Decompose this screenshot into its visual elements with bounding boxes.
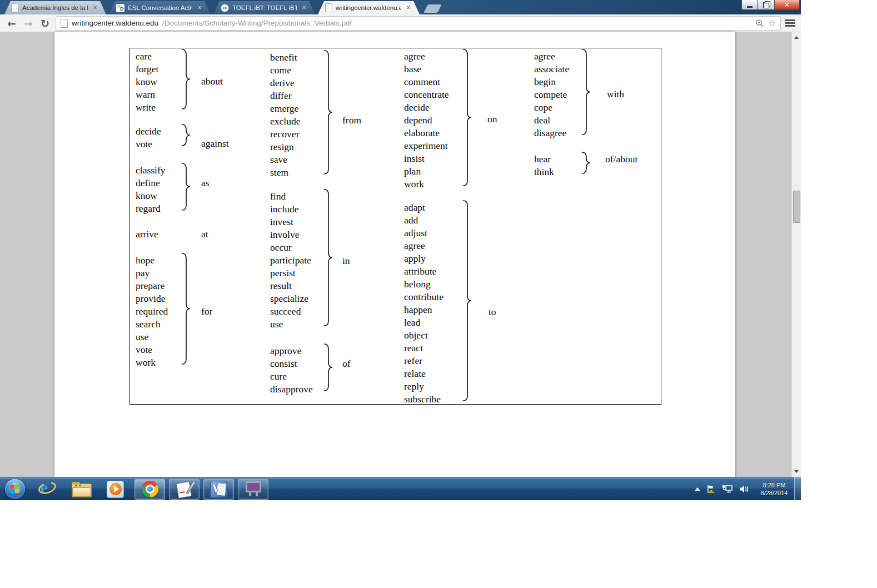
refresh-button[interactable]: ↻ [39,17,51,29]
tab-toefl-ibt[interactable]: ets TOEFL iBT: TOEFL iBT Qui × [213,1,315,14]
verb: relate [404,367,444,380]
curly-brace [323,50,333,175]
tab-esl-conversation[interactable]: YD ESL Conversation Activitie × [109,1,211,14]
bookmark-star-icon[interactable]: ☆ [768,18,776,28]
url-bar[interactable]: writingcenter.waldenu.edu/Documents/Scho… [56,16,781,31]
new-tab-button[interactable] [423,4,442,13]
tab-close-icon[interactable]: × [196,4,203,12]
document-favicon [325,3,332,12]
verb-group-with: agreeassociatebegincompetecopedealdisagr… [534,50,569,139]
verb: derive [270,77,300,89]
curly-brace [181,124,191,146]
hidden-icons-arrow[interactable] [695,487,700,491]
verb: care [136,50,158,63]
verb: add [404,214,444,227]
verb: refer [404,355,444,367]
verb: compete [534,88,569,101]
scroll-up-arrow[interactable] [794,36,799,39]
verb: define [136,177,165,190]
scroll-down-arrow[interactable] [794,470,799,473]
scrollbar-thumb[interactable] [793,191,800,223]
curly-brace [181,163,191,211]
verb: regard [136,202,165,215]
verb: use [270,318,311,331]
verb: apply [404,252,444,265]
verb: differ [270,89,300,102]
internet-explorer-button[interactable]: e [31,479,62,500]
curly-brace [462,200,472,401]
display-presentation-button[interactable] [238,479,268,500]
verb: adjust [404,227,444,240]
hamburger-menu-icon[interactable] [785,19,795,27]
clock-date: 8/28/2014 [755,489,793,497]
verb: vote [136,138,161,151]
page-document-icon [61,19,68,28]
system-tray: 8:28 PM 8/28/2014 [695,477,793,500]
action-center-flag-icon[interactable] [706,485,716,494]
windows-explorer-button[interactable] [66,479,96,500]
desktop-screen: Academia Ingles de la Esc × YD ESL Conve… [0,0,801,500]
zoom-icon[interactable] [755,19,764,28]
verb: recover [270,128,300,141]
verb: save [270,153,300,166]
verb: know [136,190,165,202]
preposition: in [342,255,350,267]
verb-group-on: agreebasecommentconcentratedecidedepende… [404,50,449,191]
verb: insist [404,152,449,165]
taskbar-apps: e [31,477,268,500]
taskbar: e [0,477,801,500]
verb: deal [534,114,569,127]
restore-button[interactable] [758,0,774,10]
verb: forget [136,63,158,76]
journal-notes-button[interactable] [169,479,200,500]
curly-brace [181,49,191,109]
microsoft-word-button[interactable]: W [203,479,234,500]
curly-brace [462,49,472,186]
chrome-button[interactable] [134,479,165,500]
vertical-scrollbar[interactable] [791,32,801,477]
verb-group-in: findincludeinvestinvolveoccurparticipate… [270,190,311,331]
taskbar-clock[interactable]: 8:28 PM 8/28/2014 [755,481,793,497]
verb: hear [534,153,554,166]
windows-start-button[interactable] [5,479,25,499]
tab-close-icon[interactable]: × [405,4,412,12]
verb-group-of-about: hearthinkof/about [534,153,554,178]
display-icon [244,481,263,497]
verb: agree [534,50,569,63]
verb-group-from: benefitcomederivedifferemergeexcludereco… [270,51,300,179]
tab-title: TOEFL iBT: TOEFL iBT Qui [232,4,297,11]
verb: resign [270,141,300,153]
verb: disapprove [270,383,313,396]
verb: include [270,203,311,216]
minimize-button[interactable] [741,0,758,10]
verb: decide [136,125,161,138]
tab-title: Academia Ingles de la Esc [22,4,88,11]
tab-academia-ingles[interactable]: Academia Ingles de la Esc × [4,1,106,14]
show-desktop-button[interactable] [794,477,801,500]
network-icon[interactable] [722,485,733,494]
internet-explorer-icon: e [38,480,56,498]
verb: belong [404,278,444,291]
folder-icon [72,482,91,496]
verb: occur [270,241,311,254]
forward-button[interactable]: → [22,17,34,29]
minimize-icon [747,6,753,8]
verb-group-at: arriveat [136,228,158,241]
close-button[interactable]: ✕ [774,0,800,10]
curly-brace [181,253,191,365]
tab-writingcenter-active[interactable]: writingcenter.waldenu.ed × [318,1,420,14]
tab-close-icon[interactable]: × [300,4,308,12]
browser-toolbar: ← → ↻ writingcenter.waldenu.edu/Document… [0,14,801,32]
verb: persist [270,267,311,280]
verb: consist [270,357,313,370]
tab-close-icon[interactable]: × [91,4,99,12]
back-button[interactable]: ← [6,17,18,29]
verb: experiment [404,139,449,152]
verb-group-for: hopepayprepareproviderequiredsearchusevo… [136,254,168,369]
verb: adapt [404,201,444,214]
verb: plan [404,165,449,178]
preposition: from [342,114,361,127]
windows-media-player-button[interactable] [100,479,131,500]
preposition: about [201,75,223,88]
volume-icon[interactable] [739,485,749,494]
